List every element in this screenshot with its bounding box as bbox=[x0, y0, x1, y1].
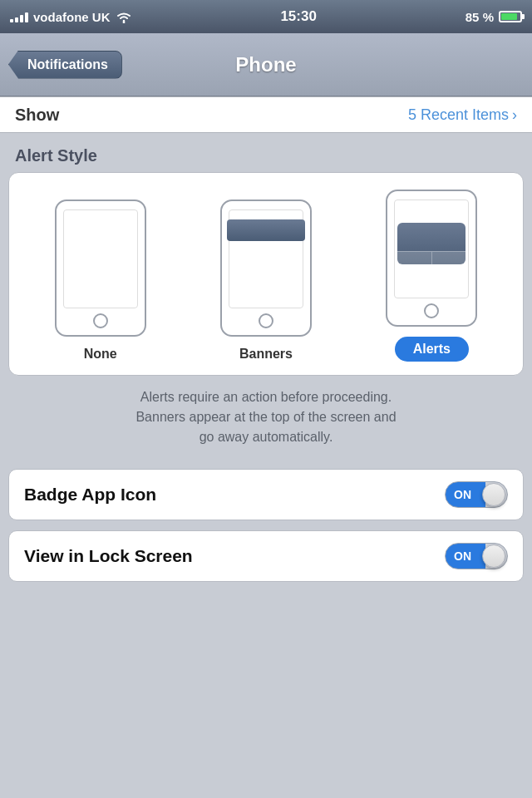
description-line3: go away automatically. bbox=[200, 430, 333, 444]
view-in-lock-screen-row: View in Lock Screen ON bbox=[8, 530, 524, 582]
show-label: Show bbox=[15, 106, 59, 125]
alert-style-card: None Banners A bbox=[8, 172, 524, 376]
status-time: 15:30 bbox=[280, 8, 316, 25]
badge-app-icon-toggle[interactable]: ON bbox=[445, 481, 508, 508]
view-in-lock-screen-thumb bbox=[482, 544, 505, 568]
carrier-label: vodafone UK bbox=[33, 10, 111, 24]
signal-bar-3 bbox=[20, 15, 23, 22]
badge-app-icon-thumb bbox=[482, 483, 505, 506]
badge-app-icon-label: Badge App Icon bbox=[24, 485, 156, 505]
battery-percent: 85 % bbox=[466, 10, 494, 24]
alerts-home-btn bbox=[424, 303, 439, 318]
description-line1: Alerts require an action before proceedi… bbox=[140, 390, 392, 404]
alert-option-banners[interactable]: Banners bbox=[220, 200, 312, 362]
alert-box bbox=[397, 223, 466, 264]
status-bar: vodafone UK 15:30 85 % bbox=[0, 0, 532, 33]
signal-bar-1 bbox=[10, 19, 13, 22]
phone-mockup-alerts bbox=[386, 190, 477, 327]
content-area: Show 5 Recent Items › Alert Style None bbox=[0, 96, 532, 582]
back-button-label: Notifications bbox=[27, 57, 108, 71]
signal-bar-2 bbox=[15, 17, 18, 22]
alert-style-header: Alert Style bbox=[0, 133, 532, 172]
alerts-label: Alerts bbox=[395, 337, 469, 362]
battery-icon bbox=[499, 11, 522, 22]
alert-box-buttons bbox=[397, 251, 466, 264]
none-label: None bbox=[84, 347, 117, 362]
view-in-lock-screen-label: View in Lock Screen bbox=[24, 546, 193, 566]
view-in-lock-screen-state: ON bbox=[454, 549, 471, 563]
view-in-lock-screen-toggle[interactable]: ON bbox=[445, 543, 508, 569]
banners-label: Banners bbox=[239, 347, 293, 362]
banner-bar bbox=[227, 219, 305, 241]
alert-option-none[interactable]: None bbox=[55, 200, 146, 362]
alert-options: None Banners A bbox=[17, 190, 515, 362]
status-right: 85 % bbox=[466, 10, 522, 24]
battery-fill bbox=[501, 13, 517, 20]
description-text: Alerts require an action before proceedi… bbox=[0, 376, 532, 459]
badge-app-icon-row: Badge App Icon ON bbox=[8, 469, 524, 520]
phone-mockup-banners bbox=[220, 200, 312, 337]
back-button[interactable]: Notifications bbox=[8, 51, 122, 79]
phone-mockup-none bbox=[55, 200, 146, 337]
alert-option-alerts[interactable]: Alerts bbox=[386, 190, 477, 362]
none-screen bbox=[63, 209, 138, 308]
page-title: Phone bbox=[235, 53, 296, 76]
show-value-text: 5 Recent Items bbox=[408, 106, 509, 124]
nav-bar: Notifications Phone bbox=[0, 33, 532, 96]
signal-bars bbox=[10, 11, 28, 22]
signal-bar-4 bbox=[25, 12, 28, 22]
badge-app-icon-state: ON bbox=[454, 488, 471, 501]
wifi-icon bbox=[116, 11, 132, 23]
toggle-section: Badge App Icon ON View in Lock Screen ON bbox=[0, 469, 532, 582]
none-home-btn bbox=[93, 313, 108, 328]
status-left: vodafone UK bbox=[10, 10, 132, 24]
banners-home-btn bbox=[259, 313, 273, 328]
show-row[interactable]: Show 5 Recent Items › bbox=[0, 96, 532, 133]
chevron-icon: › bbox=[512, 106, 517, 124]
description-line2: Banners appear at the top of the screen … bbox=[135, 410, 396, 424]
show-value: 5 Recent Items › bbox=[408, 106, 517, 124]
